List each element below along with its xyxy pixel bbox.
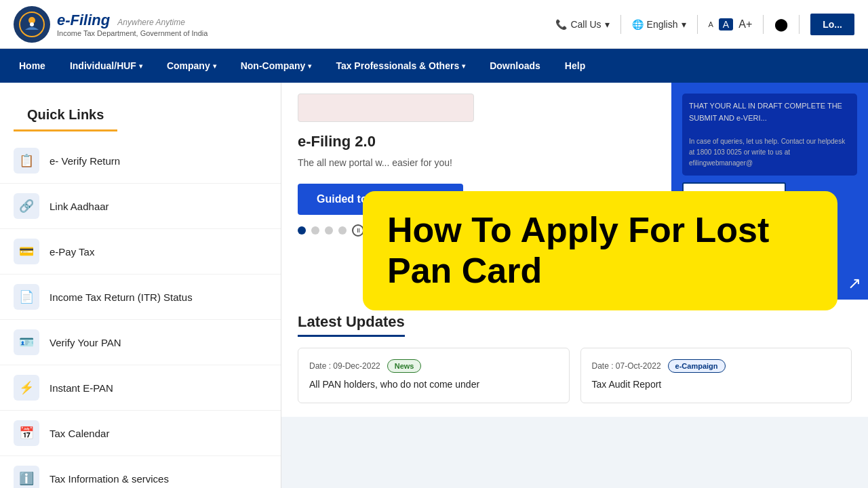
nav-company-label: Company xyxy=(167,60,210,71)
verify-pan-icon: 🪪 xyxy=(14,329,39,355)
nav-home-label: Home xyxy=(19,60,45,71)
sidebar-instant-epan-label: Instant E-PAN xyxy=(50,382,113,394)
efiling-brand: e-Filing Anywhere Anytime xyxy=(57,12,208,29)
nav-individual-huf[interactable]: Individual/HUF ▾ xyxy=(58,49,155,83)
right-panel-notice: THAT YOUR ALL IN DRAFT COMPLETE THE SUBM… xyxy=(682,94,857,176)
itr-status-icon: 📄 xyxy=(14,284,39,310)
verify-return-icon: 📋 xyxy=(14,148,39,174)
overlay-title: How To Apply For Lost Pan Card xyxy=(387,210,813,291)
update-date-1: Date : 09-Dec-2022 xyxy=(309,361,380,371)
government-logo xyxy=(14,6,50,43)
sidebar-tax-calendar-label: Tax Calendar xyxy=(50,428,109,439)
cursor-icon: ↗ xyxy=(848,274,861,293)
text-size-normal-button[interactable]: A xyxy=(719,18,733,30)
sidebar-tax-info-label: Tax Information & services xyxy=(50,473,169,485)
update-card-1: Date : 09-Dec-2022 News All PAN holders,… xyxy=(298,348,570,403)
search-bar[interactable] xyxy=(298,94,474,122)
nav-home[interactable]: Home xyxy=(7,49,58,83)
nav-downloads[interactable]: Downloads xyxy=(477,49,553,83)
contrast-toggle-button[interactable]: ⬤ xyxy=(774,17,788,32)
content-area: e-Filing 2.0 The all new portal w... eas… xyxy=(281,83,868,488)
nav-tax-professionals[interactable]: Tax Professionals & Others ▾ xyxy=(323,49,477,83)
chevron-company: ▾ xyxy=(213,62,216,70)
sidebar-verify-return-label: e- Verify Return xyxy=(50,155,120,167)
quick-links-header: Quick Links xyxy=(0,83,281,131)
latest-updates-title: Latest Updates xyxy=(298,313,405,337)
chevron-down-icon: ▾ xyxy=(605,19,610,30)
sidebar-epay-tax-label: e-Pay Tax xyxy=(50,246,94,258)
chevron-tax-professionals: ▾ xyxy=(462,62,465,70)
nav-downloads-label: Downloads xyxy=(490,60,540,71)
carousel-dot-1[interactable] xyxy=(298,226,306,235)
divider-1 xyxy=(620,15,621,34)
logo-subtitle: Income Tax Department, Government of Ind… xyxy=(57,29,208,37)
text-size-small-button[interactable]: A xyxy=(709,20,713,28)
nav-help-label: Help xyxy=(565,60,585,71)
chevron-down-icon-2: ▾ xyxy=(682,19,686,30)
instant-epan-icon: ⚡ xyxy=(14,375,39,401)
sidebar-item-tax-info[interactable]: ℹ️ Tax Information & services xyxy=(0,456,281,488)
chevron-individual: ▾ xyxy=(139,62,142,70)
sidebar-item-tax-calendar[interactable]: 📅 Tax Calendar xyxy=(0,411,281,456)
divider-3 xyxy=(763,15,764,34)
phone-icon: 📞 xyxy=(555,19,567,30)
update-text-2: Tax Audit Report xyxy=(592,378,841,392)
update-date-2: Date : 07-Oct-2022 xyxy=(592,361,661,371)
main-container: Quick Links 📋 e- Verify Return 🔗 Link Aa… xyxy=(0,83,868,488)
login-button[interactable]: Lo... xyxy=(810,14,854,35)
text-size-large-button[interactable]: A+ xyxy=(738,18,752,30)
divider-2 xyxy=(697,15,698,34)
globe-icon: 🌐 xyxy=(632,19,644,30)
efiling-desc: The all new portal w... easier for you! xyxy=(298,156,596,170)
update-card-2: Date : 07-Oct-2022 e-Campaign Tax Audit … xyxy=(580,348,852,403)
nav-company[interactable]: Company ▾ xyxy=(155,49,229,83)
nav-non-company[interactable]: Non-Company ▾ xyxy=(229,49,324,83)
logo-text: e-Filing Anywhere Anytime Income Tax Dep… xyxy=(57,12,208,37)
nav-help[interactable]: Help xyxy=(553,49,597,83)
svg-point-2 xyxy=(30,22,34,26)
sidebar-item-instant-epan[interactable]: ⚡ Instant E-PAN xyxy=(0,365,281,411)
carousel-dot-3[interactable] xyxy=(325,226,333,235)
nav-individual-label: Individual/HUF xyxy=(70,60,136,71)
sidebar-item-link-aadhaar[interactable]: 🔗 Link Aadhaar xyxy=(0,184,281,229)
sidebar-verify-pan-label: Verify Your PAN xyxy=(50,337,121,348)
carousel-dot-2[interactable] xyxy=(311,226,319,235)
logo-area: e-Filing Anywhere Anytime Income Tax Dep… xyxy=(14,6,208,43)
update-card-header-2: Date : 07-Oct-2022 e-Campaign xyxy=(592,359,841,373)
sidebar-itr-status-label: Income Tax Return (ITR) Status xyxy=(50,291,193,303)
sidebar-item-epay-tax[interactable]: 💳 e-Pay Tax xyxy=(0,229,281,274)
nav-non-company-label: Non-Company xyxy=(241,60,306,71)
nav-tax-professionals-label: Tax Professionals & Others xyxy=(336,60,459,71)
divider-4 xyxy=(799,15,800,34)
main-nav: Home Individual/HUF ▾ Company ▾ Non-Comp… xyxy=(0,49,868,83)
text-size-controls: A A A+ xyxy=(709,18,753,30)
language-button[interactable]: 🌐 English ▾ xyxy=(632,19,686,30)
sidebar-item-verify-pan[interactable]: 🪪 Verify Your PAN xyxy=(0,320,281,365)
link-aadhaar-icon: 🔗 xyxy=(14,193,39,219)
sidebar-item-verify-return[interactable]: 📋 e- Verify Return xyxy=(0,138,281,184)
update-badge-2[interactable]: e-Campaign xyxy=(668,359,726,373)
updates-grid: Date : 09-Dec-2022 News All PAN holders,… xyxy=(298,348,852,403)
update-badge-1[interactable]: News xyxy=(387,359,422,373)
yellow-overlay-banner: How To Apply For Lost Pan Card xyxy=(363,191,837,310)
latest-updates-section: Latest Updates Date : 09-Dec-2022 News A… xyxy=(281,300,868,417)
call-us-button[interactable]: 📞 Call Us ▾ xyxy=(555,19,609,30)
header-controls: 📞 Call Us ▾ 🌐 English ▾ A A A+ ⬤ Lo... xyxy=(555,14,854,35)
update-text-1: All PAN holders, who do not come under xyxy=(309,378,558,392)
quick-links-title: Quick Links xyxy=(14,95,117,131)
carousel-dot-4[interactable] xyxy=(338,226,347,235)
tax-calendar-icon: 📅 xyxy=(14,420,39,446)
sidebar-item-itr-status[interactable]: 📄 Income Tax Return (ITR) Status xyxy=(0,274,281,320)
tax-info-icon: ℹ️ xyxy=(14,466,39,488)
sidebar: Quick Links 📋 e- Verify Return 🔗 Link Aa… xyxy=(0,83,281,488)
epay-tax-icon: 💳 xyxy=(14,239,39,264)
update-card-header-1: Date : 09-Dec-2022 News xyxy=(309,359,558,373)
chevron-non-company: ▾ xyxy=(308,62,311,70)
page-header: e-Filing Anywhere Anytime Income Tax Dep… xyxy=(0,0,868,49)
sidebar-link-aadhaar-label: Link Aadhaar xyxy=(50,201,109,212)
